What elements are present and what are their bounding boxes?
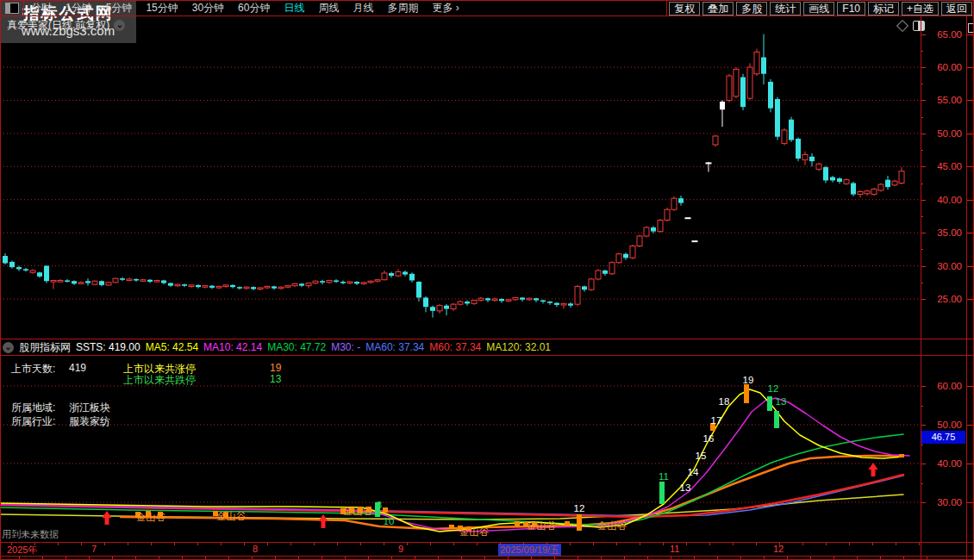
candle-body-up	[278, 287, 284, 289]
candle-body-up	[513, 297, 518, 299]
candle-body-up	[285, 286, 290, 288]
candle-body-up	[816, 164, 821, 169]
candle	[85, 278, 91, 285]
candle	[37, 271, 42, 277]
toolbar-button-4[interactable]: 统计	[770, 2, 801, 16]
candle	[789, 117, 794, 142]
candle	[375, 279, 380, 283]
candle-body-up	[292, 283, 297, 285]
candle	[485, 297, 490, 302]
candle-body-down	[885, 180, 890, 187]
candle	[30, 269, 35, 273]
candle	[823, 166, 828, 184]
candle	[665, 208, 670, 221]
candle-body-up	[458, 302, 463, 304]
candle-body-up	[451, 304, 456, 308]
info-text-4: 19	[270, 362, 281, 374]
candle-body-up	[216, 286, 222, 288]
candle-body-down	[568, 303, 573, 305]
ministrip-mark	[967, 464, 973, 464]
toolbar-button-3[interactable]: 多股	[736, 2, 767, 16]
period-item-3[interactable]: 5分钟	[99, 1, 140, 16]
signal-text: 金山谷	[527, 520, 557, 531]
candle	[878, 184, 883, 192]
candle	[451, 303, 456, 311]
period-item-10[interactable]: 多周期	[380, 1, 425, 16]
signal-text: 14	[688, 467, 699, 477]
period-item-9[interactable]: 月线	[346, 1, 380, 16]
candle	[161, 280, 166, 284]
candle-body-down	[465, 302, 470, 303]
candle	[547, 301, 553, 305]
candle	[334, 279, 339, 283]
price-label-65: 65.00	[922, 29, 962, 40]
candle	[237, 286, 242, 289]
signal-text: 8	[377, 500, 382, 510]
candle-body-up	[92, 281, 97, 284]
info-text-7: 所属地域:	[11, 401, 55, 415]
toolbar-button-2[interactable]: 叠加	[702, 2, 734, 16]
candle-body-up	[361, 283, 366, 284]
layout-icon-cell[interactable]	[0, 1, 24, 16]
toolbar-button-5[interactable]: 画线	[803, 2, 834, 16]
candle-body-down	[651, 227, 656, 232]
candle	[830, 176, 835, 183]
date-label-2: 7	[91, 544, 97, 554]
candle-body-up	[899, 171, 904, 184]
candle-body-up	[78, 283, 84, 284]
candle	[127, 277, 132, 281]
candle-body-down	[823, 167, 828, 180]
period-item-8[interactable]: 周线	[311, 1, 346, 16]
candle	[154, 280, 159, 283]
candle-body-up	[58, 280, 63, 282]
candle	[354, 281, 359, 285]
candle	[603, 270, 608, 276]
toolbar-button-6[interactable]: F10	[837, 2, 865, 16]
price-label-55: 55.00	[922, 95, 962, 105]
candle-body-up	[665, 209, 670, 220]
toolbar-button-8[interactable]: +自选	[902, 2, 939, 16]
period-item-7[interactable]: 日线	[277, 1, 311, 16]
period-item-2[interactable]: 1分钟	[59, 1, 99, 16]
period-item-6[interactable]: 60分钟	[231, 1, 277, 16]
candle-body-down	[534, 298, 539, 300]
candle	[285, 285, 290, 289]
period-item-1[interactable]: 分时	[24, 1, 59, 16]
candle-body-down	[237, 287, 242, 289]
info-text-9: 所属行业:	[11, 414, 55, 429]
toolbar-button-1[interactable]: 复权	[669, 2, 700, 16]
candle-body-up	[747, 67, 752, 98]
candlestick-chart[interactable]: 金山谷金山谷金山谷金山谷金山谷金山谷8101112131213141516171…	[0, 16, 921, 542]
candle	[658, 219, 663, 233]
candle-body-up	[30, 271, 35, 272]
buy-arrow-icon	[869, 463, 878, 476]
signal-text: 10	[384, 516, 395, 526]
candle-body-up	[478, 298, 484, 300]
candle	[899, 167, 904, 184]
candle	[851, 182, 856, 196]
toolbar-button-9[interactable]: 返回	[941, 2, 972, 16]
period-item-5[interactable]: 30分钟	[185, 1, 231, 16]
candle	[444, 304, 449, 315]
candle-body-up	[865, 191, 870, 194]
candle	[637, 234, 642, 247]
date-label-5: 2025/09/19/五	[498, 544, 561, 557]
candle	[885, 176, 890, 190]
candle	[58, 279, 63, 283]
period-item-11[interactable]: 更多 ›	[425, 1, 465, 16]
candle-body-up	[313, 281, 318, 283]
candle-body-up	[671, 198, 677, 209]
candle	[251, 286, 256, 290]
toolbar-button-7[interactable]: 标记	[868, 2, 899, 16]
signal-text: 金山谷	[136, 512, 166, 522]
candle-body-up	[244, 287, 249, 289]
indicator-chevron-icon[interactable]: ⌄	[3, 342, 14, 353]
top-toolbar: 分时1分钟5分钟15分钟30分钟60分钟日线周线月线多周期更多 › 复权叠加多股…	[0, 0, 974, 16]
candle	[802, 152, 808, 165]
signal-text: 18	[719, 396, 730, 407]
sub-price-label-40: 40.00	[922, 458, 962, 469]
period-item-4[interactable]: 15分钟	[139, 1, 184, 16]
sub-price-label-30: 30.00	[922, 497, 962, 507]
candle-body-down	[485, 298, 490, 300]
candle-body-up	[802, 154, 808, 159]
